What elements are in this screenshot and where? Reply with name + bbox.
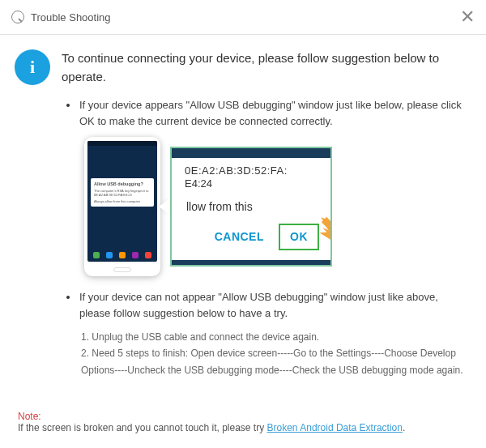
titlebar: Trouble Shooting ✕ (0, 0, 486, 35)
phone-dialog-title: Allow USB debugging? (94, 181, 151, 187)
step-2: 2. Need 5 steps to finish: Open device s… (81, 345, 468, 378)
bullet-item-2: If your device can not appear "Allow USB… (62, 289, 468, 321)
zoom-cancel-button: CANCEL (215, 228, 264, 245)
content: To continue connecting your device, plea… (62, 49, 468, 378)
bullet2-text: If your device can not appear "Allow USB… (79, 289, 468, 321)
zoom-panel: 0E:A2:AB:3D:52:FA: E4:24 llow from this … (170, 147, 332, 267)
app-icon (11, 11, 24, 23)
illustration: Allow USB debugging? The computer's RSA … (84, 137, 468, 276)
callout-pointer-icon (159, 198, 170, 215)
phone-app-icon (93, 252, 100, 258)
note-end: . (403, 422, 405, 433)
titlebar-left: Trouble Shooting (11, 11, 111, 23)
phone-app-icon (119, 252, 126, 258)
phone-dialog: Allow USB debugging? The computer's RSA … (91, 178, 154, 207)
phone-dialog-check: Always allow from this computer (94, 199, 151, 203)
zoom-bg (172, 148, 330, 158)
bullet1-text: If your device appears "Allow USB debugg… (79, 97, 468, 129)
info-icon-glyph: i (30, 57, 35, 78)
zoom-ok-button: OK (279, 224, 319, 250)
note-label: Note: (18, 411, 405, 422)
steps-list: 1. Unplug the USB cable and connect the … (81, 329, 468, 378)
phone-app-icon (106, 252, 113, 258)
zoom-fp2: E4:24 (185, 176, 212, 192)
info-icon-col: i (15, 49, 50, 378)
phone-statusbar (87, 141, 157, 146)
info-icon: i (15, 49, 50, 85)
note-text: If the screen is broken and you cannot t… (18, 422, 267, 433)
zoom-allow-text: llow from this (186, 198, 253, 215)
phone-screen: Allow USB debugging? The computer's RSA … (87, 141, 157, 262)
phone-home-button (113, 267, 131, 272)
zoom-buttons: CANCEL OK (215, 224, 319, 250)
phone-app-icon (132, 252, 139, 258)
dialog-body: i To continue connecting your device, pl… (0, 35, 486, 378)
phone-app-icon (145, 252, 151, 258)
phone-dialog-fp: 0E:A2:AB:3D:52:FA:E4:24 (94, 193, 151, 197)
note-link[interactable]: Broken Android Data Extraction (267, 422, 403, 433)
phone-mockup: Allow USB debugging? The computer's RSA … (84, 137, 160, 276)
bullet-item-1: If your device appears "Allow USB debugg… (62, 97, 468, 129)
zoom-bg (172, 260, 330, 265)
arrow-icon (319, 215, 332, 249)
instruction-heading: To continue connecting your device, plea… (62, 49, 468, 86)
window-title: Trouble Shooting (31, 11, 111, 23)
close-icon[interactable]: ✕ (460, 6, 475, 28)
note-section: Note: If the screen is broken and you ca… (18, 411, 405, 433)
step-1: 1. Unplug the USB cable and connect the … (81, 329, 468, 345)
bullet-dot-icon (66, 104, 70, 107)
bullet-dot-icon (66, 296, 70, 299)
phone-app-row (87, 252, 157, 258)
